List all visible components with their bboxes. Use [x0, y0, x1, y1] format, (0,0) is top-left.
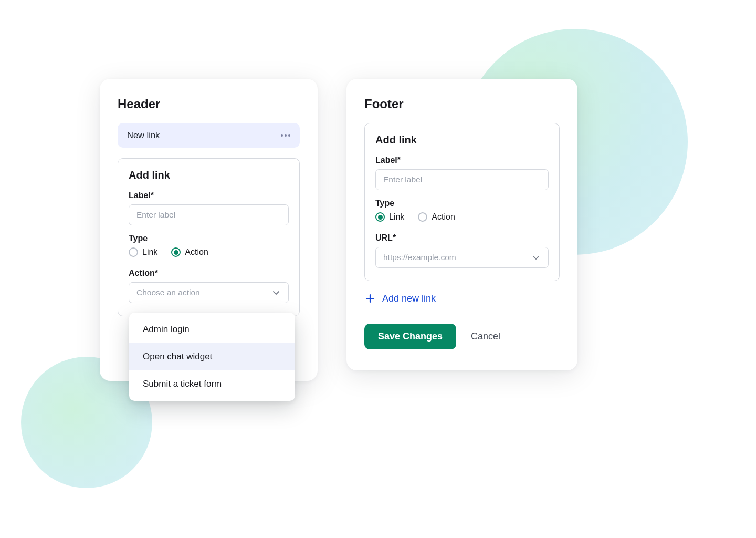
header-type-field-label: Type [129, 234, 289, 243]
save-button[interactable]: Save Changes [364, 324, 456, 349]
footer-url-input[interactable]: https://example.com [375, 247, 549, 268]
header-type-option-link[interactable]: Link [129, 247, 158, 257]
radio-label: Link [142, 247, 158, 257]
chevron-down-icon [271, 288, 281, 297]
plus-icon [364, 293, 376, 304]
add-new-link-button[interactable]: Add new link [364, 293, 436, 304]
footer-label-input[interactable] [375, 169, 549, 190]
header-label-input[interactable] [129, 204, 289, 225]
footer-form-title: Add link [375, 134, 549, 146]
radio-icon [375, 212, 385, 222]
new-link-pill[interactable]: New link [118, 123, 300, 148]
footer-button-row: Save Changes Cancel [364, 324, 560, 349]
action-option-open-chat-widget[interactable]: Open chat widget [129, 343, 295, 370]
radio-label: Action [432, 212, 455, 222]
header-type-option-action[interactable]: Action [171, 247, 208, 257]
footer-type-field-label: Type [375, 199, 549, 208]
header-type-radio-group: Link Action [129, 247, 289, 257]
radio-icon [129, 247, 138, 257]
footer-type-radio-group: Link Action [375, 212, 549, 222]
action-option-admin-login[interactable]: Admin login [129, 316, 295, 343]
radio-icon [171, 247, 181, 257]
header-action-select[interactable]: Choose an action [129, 282, 289, 303]
header-label-field-label: Label* [129, 191, 289, 200]
more-icon[interactable] [281, 134, 290, 137]
footer-add-link-form: Add link Label* Type Link Action [364, 123, 560, 281]
header-card-title: Header [118, 97, 300, 111]
action-option-submit-ticket-form[interactable]: Submit a ticket form [129, 370, 295, 398]
footer-url-placeholder: https://example.com [383, 253, 456, 262]
header-form-title: Add link [129, 169, 289, 181]
footer-type-option-action[interactable]: Action [418, 212, 455, 222]
header-action-dropdown: Admin login Open chat widget Submit a ti… [129, 313, 295, 401]
cancel-button[interactable]: Cancel [471, 331, 500, 342]
radio-label: Action [185, 247, 208, 257]
footer-label-field-label: Label* [375, 156, 549, 165]
footer-type-option-link[interactable]: Link [375, 212, 404, 222]
radio-icon [418, 212, 427, 222]
footer-config-card: Footer Add link Label* Type Link Action [346, 79, 578, 370]
add-new-link-label: Add new link [382, 293, 436, 304]
footer-card-title: Footer [364, 97, 560, 111]
header-action-select-placeholder: Choose an action [136, 288, 200, 297]
chevron-down-icon [531, 253, 541, 262]
header-add-link-form: Add link Label* Type Link Action [118, 158, 300, 316]
new-link-label: New link [127, 130, 160, 140]
radio-label: Link [389, 212, 404, 222]
footer-url-field-label: URL* [375, 233, 549, 243]
header-action-field-label: Action* [129, 268, 289, 278]
